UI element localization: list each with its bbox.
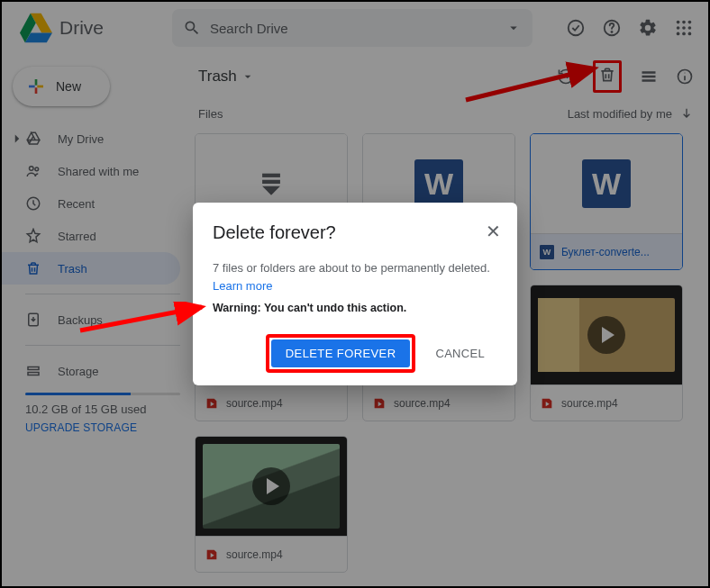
delete-forever-button[interactable]: DELETE FOREVER xyxy=(271,339,411,367)
svg-line-25 xyxy=(80,307,202,330)
close-button[interactable]: ✕ xyxy=(486,221,501,242)
modal-scrim: Delete forever? ✕ 7 files or folders are… xyxy=(2,2,708,586)
annotation-arrow xyxy=(76,302,211,334)
cancel-button[interactable]: CANCEL xyxy=(423,339,497,368)
delete-forever-dialog: Delete forever? ✕ 7 files or folders are… xyxy=(193,203,517,385)
dialog-warning: Warning: You can't undo this action. xyxy=(213,302,497,314)
dialog-title: Delete forever? xyxy=(213,222,497,243)
learn-more-link[interactable]: Learn more xyxy=(213,279,272,293)
dialog-body-text: 7 files or folders are about to be perma… xyxy=(213,261,490,275)
highlight-delete-forever: DELETE FOREVER xyxy=(266,334,416,373)
close-icon: ✕ xyxy=(486,222,501,241)
